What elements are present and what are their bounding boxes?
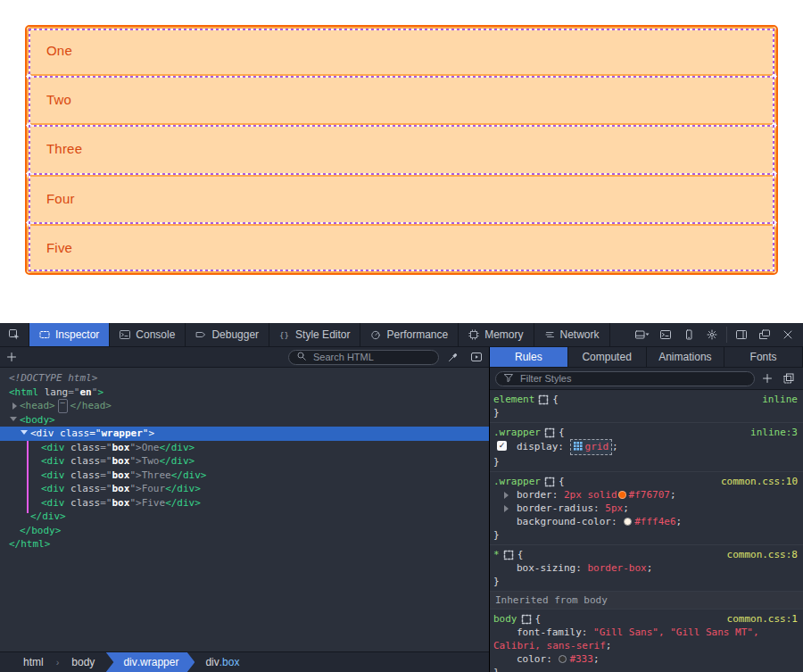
property-checkbox[interactable]: ✓ [497,441,507,451]
property-expander[interactable] [504,505,509,512]
rules-filter-row [490,368,803,390]
rule-source-link[interactable]: inline:3 [750,426,799,439]
breadcrumb-item-body[interactable]: body [61,652,105,672]
highlighter-icon[interactable] [544,427,555,438]
property-value-hex: #fff4e6 [634,516,675,527]
highlighter-icon[interactable] [503,550,514,560]
settings-button[interactable] [700,323,724,347]
markup-token-tag: <body> [20,413,55,427]
markup-token-punct: =" [100,496,112,510]
tab-network[interactable]: Network [534,323,610,346]
sidebar-tab-fonts[interactable]: Fonts [724,347,803,367]
rule-selector-line: element{inline [493,393,799,406]
close-button[interactable] [776,323,799,347]
breadcrumb-item-div-box[interactable]: div.box [195,652,250,672]
property-value-hex: #333 [569,653,593,665]
markup-token-attr: class [65,496,101,510]
markup-line[interactable]: <html lang="en"> [0,386,489,400]
console-icon [120,329,130,340]
markup-line[interactable]: <body> [0,413,489,427]
markup-line[interactable]: </html> [0,537,489,552]
color-swatch[interactable] [624,518,632,526]
rule-source-link[interactable]: inline [762,393,799,406]
property-semicolon: ; [647,562,653,574]
rule-source-link[interactable]: common.css:8 [727,548,799,561]
markup-token-punct: =" [89,427,101,441]
markup-gutter [0,386,9,400]
add-node-button[interactable] [0,352,23,362]
markup-token-punct: =" [100,441,112,455]
highlighter-icon[interactable] [544,477,555,487]
tab-inspector[interactable]: Inspector [29,323,110,346]
markup-token-tag: > [148,427,154,441]
filter-styles-input[interactable] [518,372,747,385]
rule-source-link[interactable]: common.css:1 [727,612,799,626]
color-swatch[interactable] [618,491,626,499]
tab-debugger[interactable]: Debugger [186,323,269,346]
window-popout-button[interactable] [753,323,776,347]
property-semicolon: ; [612,441,618,452]
sidebar-tab-animations[interactable]: Animations [647,347,725,367]
pick-element-button[interactable] [0,323,29,346]
rule-property: color: #333; [493,652,799,666]
highlighter-icon[interactable] [521,614,532,625]
split-console-button[interactable] [654,323,677,347]
rule-close-brace: } [493,575,799,588]
markup-gutter [0,441,41,455]
breadcrumb-class: .box [219,656,240,668]
search-html-input[interactable] [311,351,431,363]
twisty-right-icon[interactable] [12,402,17,410]
add-rule-icon[interactable] [762,373,773,384]
markup-token-text: One [142,441,160,455]
markup-line[interactable]: <!DOCTYPE html> [0,371,489,386]
markup-line[interactable]: <div class="box">Four</div> [0,482,489,496]
markup-token-text: Five [142,496,166,510]
collapsed-content-badge[interactable]: ⋯ [58,399,68,413]
markup-line[interactable]: <div class="box">Three</div> [0,469,489,483]
responsive-mode-button[interactable] [677,323,700,347]
markup-token-punct: "> [129,441,141,455]
highlighter-icon [538,394,549,405]
property-colon: : [546,653,558,665]
tab-performance[interactable]: Performance [360,323,459,346]
markup-token-val: wrapper [102,427,143,441]
print-media-icon[interactable] [471,352,482,362]
sidebar-toggle-button[interactable] [730,323,753,347]
property-name: border-radius [517,502,593,514]
markup-line[interactable]: <head>⋯</head> [0,399,489,413]
property-expander[interactable] [504,492,509,499]
markup-line[interactable]: </div> [0,510,489,524]
breadcrumb-tag: div [123,656,137,668]
markup-line[interactable]: </body> [0,524,489,538]
sidebar-tab-computed[interactable]: Computed [568,347,647,367]
breadcrumb-item-div-wrapper[interactable]: div.wrapper [105,652,195,672]
color-swatch[interactable] [559,655,567,663]
markup-line[interactable]: <div class="wrapper"> [0,427,489,441]
markup-token-tag: > [97,386,103,400]
markup-line[interactable]: <div class="box">Five</div> [0,496,489,510]
dock-select-button[interactable] [631,323,654,347]
eyedropper-icon[interactable] [448,352,459,362]
demo-box: Three [27,125,776,174]
grid-badge-icon[interactable] [574,441,583,454]
breadcrumb-item-html[interactable]: html [12,652,54,672]
pseudo-class-icon[interactable] [783,373,794,384]
twisty-down-icon[interactable] [10,417,17,421]
twisty-down-icon[interactable] [21,430,28,435]
tab-memory[interactable]: Memory [459,323,534,346]
markup-line[interactable]: <div class="box">One</div> [0,441,489,455]
markup-token-attr: lang [38,386,68,400]
highlighter-icon[interactable] [538,394,549,405]
rule-source-link[interactable]: common.css:10 [721,475,799,488]
markup-pane: <!DOCTYPE html><html lang="en"><head>⋯</… [0,368,489,672]
markup-token-punct: " [143,427,149,441]
markup-token-val: box [112,496,130,510]
tab-style-editor[interactable]: {}Style Editor [269,323,360,346]
demo-box: Five [27,224,776,273]
markup-line[interactable]: <div class="box">Two</div> [0,454,489,469]
property-colon: : [558,441,569,452]
sidebar-tab-rules[interactable]: Rules [490,347,568,367]
dock-select-icon [635,329,650,340]
tab-console[interactable]: Console [110,323,186,346]
search-html-box [288,350,439,365]
